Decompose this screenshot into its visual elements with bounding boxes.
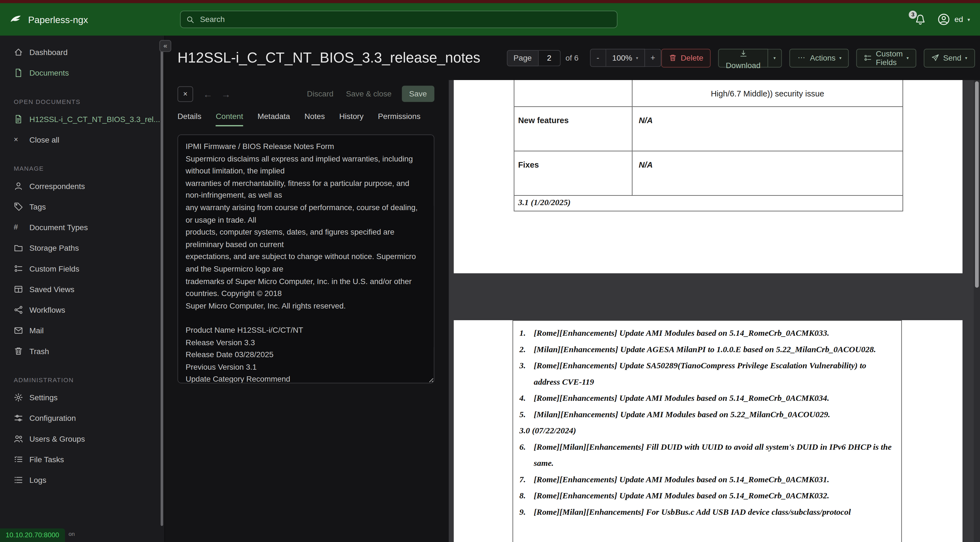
tab-content[interactable]: Content [216,112,243,126]
pdf-page-1: High/6.7 Middle)) security issue New fea… [454,80,963,273]
topbar: Paperless-ngx 3 ed ▾ [0,3,980,35]
document-editor-panel: × ← → Discard Save & close Save Details … [165,80,449,542]
list-item-text: [Rome][Enhancements] Update AMI Modules … [534,472,894,488]
version-row: 3.1 (1/20/2025) [514,196,902,211]
delete-button[interactable]: Delete [662,48,711,67]
trash-icon [669,54,677,62]
list-item-text: [Rome][Enhancements] Update AMI Modules … [534,488,894,504]
search-input[interactable] [199,14,611,24]
trash-icon [14,347,23,356]
preview-scrollbar[interactable] [974,80,980,542]
sidebar-item-settings[interactable]: Settings [0,387,164,408]
custom-fields-icon [14,264,23,274]
sidebar-item-storage-paths[interactable]: Storage Paths [0,238,164,258]
notification-count-badge: 3 [909,10,917,18]
list-item-text: [Rome][Milan][Enhancements] Fill DUID wi… [534,439,894,472]
list-item-number: 9. [519,504,534,521]
hash-icon: # [14,223,23,232]
content-textarea[interactable]: IPMI Firmware / BIOS Release Notes Form … [178,134,434,384]
sidebar-item-label: Workflows [29,306,65,314]
previous-document-button[interactable]: ← [203,88,213,99]
page-number-input[interactable] [539,50,560,66]
caret-down-icon: ▾ [907,55,908,60]
list-item-text: [Rome][Enhancements] Update AMI Modules … [534,325,894,341]
sidebar-item-logs[interactable]: Logs [0,470,164,490]
sidebar-item-correspondents[interactable]: Correspondents [0,176,164,196]
save-button[interactable]: Save [402,86,434,102]
send-button[interactable]: Send ▾ [924,48,975,67]
zoom-controls: - 100% ▾ + [590,49,662,67]
status-suffix: on [68,531,75,542]
close-all-label: Close all [29,136,59,144]
status-address: 10.10.20.70:8000 [0,528,65,542]
zoom-out-button[interactable]: - [590,49,606,67]
release-notes-table: High/6.7 Middle)) security issue New fea… [514,80,903,212]
tab-history[interactable]: History [339,112,364,126]
discard-button[interactable]: Discard [304,88,336,99]
send-icon [931,54,939,62]
sidebar-item-saved-views[interactable]: Saved Views [0,279,164,300]
zoom-in-button[interactable]: + [645,49,662,67]
sidebar-item-documents[interactable]: Documents [0,62,164,83]
sidebar-item-document-types[interactable]: # Document Types [0,217,164,238]
sidebar-item-label: Trash [29,347,49,356]
sidebar-item-workflows[interactable]: Workflows [0,300,164,320]
sidebar: Dashboard Documents OPEN DOCUMENTS H12SS… [0,35,165,542]
download-label: Download [726,61,760,70]
list-item: 2.[Milan][Enhancements] Update AGESA Mil… [519,341,894,358]
mail-icon [14,326,23,335]
sidebar-scrollbar[interactable] [161,41,163,526]
download-dropdown-toggle[interactable]: ▾ [768,48,782,67]
send-label: Send [943,53,961,62]
list-item-number: 3. [519,358,534,390]
table-cell-empty [514,80,632,107]
list-item-text: [Rome][Enhancements] Update SA50289(Tian… [534,358,894,390]
sidebar-item-custom-fields[interactable]: Custom Fields [0,258,164,279]
sidebar-item-file-tasks[interactable]: File Tasks [0,449,164,470]
sidebar-item-label: Users & Groups [29,434,85,443]
sidebar-item-dashboard[interactable]: Dashboard [0,42,164,62]
paperless-logo-icon [9,13,23,26]
edit-actions-bar: × ← → Discard Save & close Save [178,86,434,102]
custom-fields-button[interactable]: Custom Fields ▾ [856,48,916,67]
next-document-button[interactable]: → [221,88,231,99]
sidebar-item-label: Documents [29,69,69,77]
zoom-level-select[interactable]: 100% ▾ [606,49,645,67]
tab-permissions[interactable]: Permissions [378,112,420,126]
list-item: 6.[Rome][Milan][Enhancements] Fill DUID … [519,439,894,472]
tab-metadata[interactable]: Metadata [258,112,290,126]
close-all-button[interactable]: × Close all [0,129,164,150]
close-icon: × [183,89,188,99]
sidebar-item-tags[interactable]: Tags [0,196,164,217]
close-document-button[interactable]: × [178,86,193,102]
app-logo[interactable]: Paperless-ngx [0,13,165,26]
sidebar-item-mail[interactable]: Mail [0,320,164,341]
download-button[interactable]: Download [718,48,768,67]
notifications-button[interactable]: 3 [915,13,926,25]
actions-button[interactable]: ⋯ Actions ▾ [789,48,849,67]
tab-notes[interactable]: Notes [304,112,325,126]
custom-fields-label: Custom Fields [876,49,903,67]
list-item-number: 1. [519,325,534,341]
user-menu[interactable]: ed ▾ [937,13,970,26]
sidebar-item-trash[interactable]: Trash [0,341,164,361]
sidebar-collapse-button[interactable]: « [159,40,172,52]
caret-down-icon: ▾ [839,55,842,60]
tab-details[interactable]: Details [178,112,201,126]
search-icon [186,15,194,23]
search-bar[interactable] [180,11,617,28]
sidebar-item-label: Tags [29,202,46,211]
open-document-item[interactable]: H12SSL-i_C_CT_NT_BIOS_3.3_rel... [0,109,164,129]
sidebar-item-configuration[interactable]: Configuration [0,408,164,428]
list-item-number: 6. [519,439,534,472]
save-and-close-button[interactable]: Save & close [343,88,394,99]
list-item: 3.[Rome][Enhancements] Update SA50289(Ti… [519,358,894,390]
list-item-text: [Rome][Enhancements] Update AMI Modules … [534,390,894,406]
preview-scrollbar-thumb[interactable] [975,81,979,288]
list-item: 9.[Rome][Milan][Enhancements] For UsbBus… [519,504,894,521]
status-badge: 10.10.20.70:8000 on [0,528,75,542]
table-row-value: N/A [632,107,902,151]
sidebar-item-users-groups[interactable]: Users & Groups [0,428,164,449]
topbar-right: 3 ed ▾ [915,13,980,26]
list-item-number: 4. [519,390,534,406]
